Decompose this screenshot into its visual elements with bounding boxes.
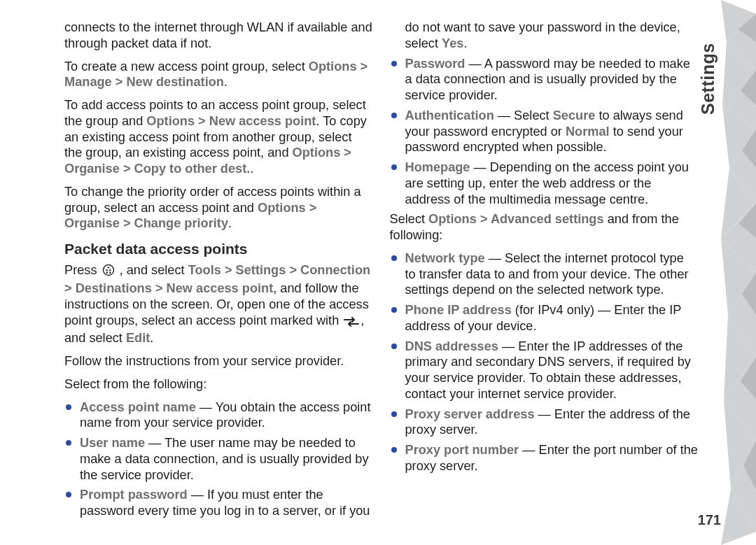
menu-path: Advanced settings xyxy=(491,212,604,226)
list-item: Network type — Select the internet proto… xyxy=(390,250,699,302)
menu-path: Organise xyxy=(64,162,120,176)
menu-path: New destination xyxy=(126,75,223,89)
bullet-list: Network type — Select the internet proto… xyxy=(390,250,699,479)
term: Proxy server address xyxy=(405,407,535,421)
menu-path: Settings xyxy=(236,263,286,277)
list-item: Homepage — Depending on the access point… xyxy=(390,160,699,211)
menu-path: Options xyxy=(293,146,341,160)
menu-path: Copy to other dest. xyxy=(134,162,251,176)
svg-rect-26 xyxy=(106,272,107,274)
gt: > xyxy=(155,281,167,295)
list-item: Proxy port number — Enter the port numbe… xyxy=(390,442,699,479)
text: . xyxy=(228,216,232,230)
svg-point-23 xyxy=(107,267,108,268)
gt: > xyxy=(309,201,317,215)
list-item: User name — The user name may be needed … xyxy=(64,435,373,487)
menu-path: Tools xyxy=(188,263,221,277)
svg-point-22 xyxy=(103,265,113,276)
menu-path: Edit xyxy=(126,331,150,345)
paragraph: Press , and select Tools > Settings > Co… xyxy=(64,262,373,346)
menu-path: Options xyxy=(309,59,357,73)
term: Homepage xyxy=(405,160,470,174)
menu-path: Options xyxy=(258,201,306,215)
body-text: connects to the internet through WLAN if… xyxy=(64,20,698,523)
term: Access point name xyxy=(80,400,196,414)
heading: Packet data access points xyxy=(64,240,373,258)
gt: > xyxy=(64,281,76,295)
term: Secure xyxy=(553,108,596,122)
gt: > xyxy=(123,162,134,176)
paragraph: To create a new access point group, sele… xyxy=(64,59,373,91)
term: Phone IP address xyxy=(405,303,512,317)
term: Proxy port number xyxy=(405,443,519,457)
packet-data-icon xyxy=(344,315,359,331)
menu-path: Options xyxy=(146,114,195,128)
text: Select xyxy=(390,212,429,226)
menu-path: Organise xyxy=(64,216,120,230)
paragraph: Select from the following: xyxy=(64,376,373,392)
list-item: Access point name — You obtain the acces… xyxy=(64,399,373,436)
gt: > xyxy=(115,75,127,89)
text: To create a new access point group, sele… xyxy=(64,59,309,73)
list-item: DNS addresses — Enter the IP addresses o… xyxy=(390,339,699,406)
section-tab: Settings xyxy=(698,17,719,115)
text: Press xyxy=(64,263,101,277)
term: Yes xyxy=(442,36,463,50)
gt: > xyxy=(344,146,351,160)
term: DNS addresses xyxy=(405,339,498,353)
term: Normal xyxy=(566,125,610,139)
triangle-pattern xyxy=(721,0,756,545)
svg-rect-24 xyxy=(106,269,107,271)
list-item: Proxy server address — Enter the address… xyxy=(390,406,699,443)
gt: > xyxy=(360,59,368,73)
paragraph: Select Options > Advanced settings and f… xyxy=(390,211,699,243)
list-item: Password — A password may be needed to m… xyxy=(390,56,699,108)
menu-path: Change priority xyxy=(134,216,228,230)
svg-rect-27 xyxy=(109,272,111,274)
term: Network type xyxy=(405,251,485,265)
svg-rect-25 xyxy=(109,269,111,271)
decorative-strip xyxy=(721,0,756,545)
menu-path: New access point xyxy=(209,114,316,128)
text: , and select xyxy=(120,263,188,277)
term: User name xyxy=(80,436,145,450)
page: Settings 171 connects to the internet th… xyxy=(0,0,756,545)
text: . xyxy=(224,75,227,89)
gt: > xyxy=(198,114,209,128)
text: . xyxy=(150,331,153,345)
menu-path: New access point xyxy=(167,281,274,295)
paragraph: To change the priority order of access p… xyxy=(64,184,373,232)
menu-path: Connection xyxy=(300,263,370,277)
list-item: Authentication — Select Secure to always… xyxy=(390,108,699,160)
menu-path: Destinations xyxy=(76,281,152,295)
menu-path: Manage xyxy=(64,75,112,89)
text: . xyxy=(463,36,467,50)
gt: > xyxy=(123,216,134,230)
paragraph: connects to the internet through WLAN if… xyxy=(64,20,373,52)
paragraph: To add access points to an access point … xyxy=(64,97,373,177)
text: . xyxy=(250,162,253,176)
menu-path: Options xyxy=(428,212,477,226)
page-number: 171 xyxy=(698,512,721,528)
text: — Select xyxy=(494,108,553,122)
gt: > xyxy=(225,263,236,277)
list-item: Phone IP address (for IPv4 only) — Enter… xyxy=(390,302,699,339)
gt: > xyxy=(289,263,300,277)
gt: > xyxy=(480,212,491,226)
menu-key-icon xyxy=(102,264,115,281)
paragraph: Follow the instructions from your servic… xyxy=(64,353,373,369)
term: Password xyxy=(405,57,465,71)
term: Prompt password xyxy=(80,488,188,502)
term: Authentication xyxy=(405,108,494,122)
